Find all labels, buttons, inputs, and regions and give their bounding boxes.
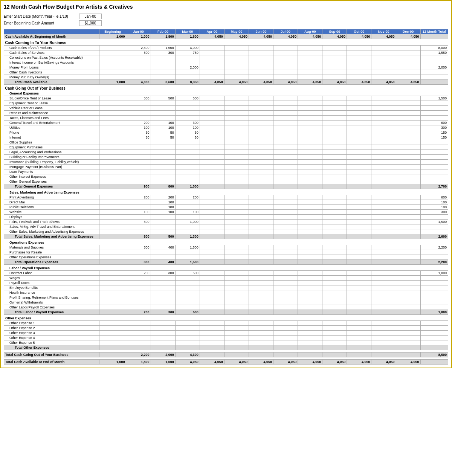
- cab-aug[interactable]: 4,050: [298, 34, 322, 39]
- cab-total[interactable]: [420, 34, 448, 39]
- cash-in-art-label: Cash Sales of Art / Products: [4, 46, 99, 50]
- gen-taxes-row: Taxes, Licenses and Fees: [4, 116, 448, 121]
- cash-in-interest-row: Interest Income on Bank/Savings Accounts: [4, 60, 448, 65]
- cash-available-begin-label: Cash Available At Beginning of Month: [4, 34, 99, 39]
- total-operations-row: Total Operations Expenses 300 400 1,500 …: [4, 260, 448, 265]
- cash-in-collections-row: Collections on Past Sales (Accounts Rece…: [4, 55, 448, 60]
- gen-other-interest-row: Other Interest Expenses: [4, 174, 448, 179]
- cab-jan[interactable]: 1,000: [126, 34, 151, 39]
- cash-in-other-row: Other Cash Injections: [4, 70, 448, 75]
- gen-equip-rent-row: Equipment Rent or Lease: [4, 101, 448, 106]
- header-aug: Aug-00: [298, 29, 322, 34]
- cash-in-art-row: Cash Sales of Art / Products 2,500 1,500…: [4, 46, 448, 50]
- header-mar: Mar-00: [175, 29, 200, 34]
- total-cash-out-row: Total Cash Going Out of Your Business 2,…: [4, 352, 448, 357]
- header-dec: Dec-00: [396, 29, 420, 34]
- cash-in-art-jun[interactable]: [249, 46, 273, 50]
- header-sep: Sep-00: [322, 29, 347, 34]
- sm-adv-travel-row: Sales, Mrktg, Adv Travel and Entertainme…: [4, 224, 448, 229]
- header-jun: Jun-00: [249, 29, 273, 34]
- cash-in-art-aug[interactable]: [298, 46, 322, 50]
- cash-in-art-feb[interactable]: 1,500: [151, 46, 175, 50]
- total-cash-available-label: Total Cash Available: [4, 80, 99, 85]
- cash-in-services-row: Cash Sales of Services 500 300 750 1,550: [4, 50, 448, 55]
- cash-in-art-may[interactable]: [224, 46, 249, 50]
- labor-payroll-taxes-row: Payroll Taxes: [4, 281, 448, 285]
- cab-beginning[interactable]: 1,000: [99, 34, 126, 39]
- other-exp5-row: Other Expense 5: [4, 340, 448, 345]
- cab-may[interactable]: 4,050: [224, 34, 249, 39]
- other-expenses-header: Other Expenses: [4, 315, 448, 321]
- total-cash-out-label: Total Cash Going Out of Your Business: [4, 352, 99, 357]
- cash-in-art-jan[interactable]: 2,500: [126, 46, 151, 50]
- start-date-value[interactable]: Jan-00: [79, 14, 102, 19]
- cash-in-art-begin: [99, 46, 126, 50]
- gen-repairs-row: Repairs and Maintenance: [4, 111, 448, 116]
- gen-utilities-row: Utilities 100 100 100 300: [4, 125, 448, 130]
- gen-travel-row: General Travel and Entertainment 200 100…: [4, 121, 448, 125]
- cab-mar[interactable]: 1,600: [175, 34, 200, 39]
- setup-section: Enter Start Date (Month/Year - ie 1/10) …: [4, 14, 448, 26]
- cash-in-art-jul[interactable]: [273, 46, 298, 50]
- gen-internet-row: Internet 50 50 50 150: [4, 135, 448, 140]
- cash-in-art-dec[interactable]: [396, 46, 420, 50]
- cash-in-art-apr[interactable]: [200, 46, 224, 50]
- other-exp4-row: Other Expense 4: [4, 336, 448, 340]
- total-labor-row: Total Labor / Payroll Expenses 200 300 5…: [4, 310, 448, 315]
- cab-dec[interactable]: 4,050: [396, 34, 420, 39]
- labor-owners-withdrawals-row: Owner(s) Withdrawals: [4, 300, 448, 305]
- gen-legal-row: Legal, Accounting and Professional: [4, 150, 448, 155]
- sales-mktg-header: Sales, Marketing and Advertising Expense…: [4, 189, 448, 195]
- total-general-expenses-row: Total General Expenses 900 800 1,000 2,7…: [4, 184, 448, 189]
- labor-contract-row: Contract Labor 200 300 500 1,000: [4, 271, 448, 276]
- cab-jun[interactable]: 4,050: [249, 34, 273, 39]
- other-exp2-row: Other Expense 2: [4, 326, 448, 331]
- cash-in-art-nov[interactable]: [371, 46, 396, 50]
- header-jan: Jan-00: [126, 29, 151, 34]
- cab-oct[interactable]: 4,050: [347, 34, 371, 39]
- header-beginning: Beginning: [99, 29, 126, 34]
- page-title: 12 Month Cash Flow Budget For Artists & …: [4, 4, 448, 10]
- gen-insurance-row: Insurance (Building, Property, Liability…: [4, 160, 448, 165]
- begin-cash-value[interactable]: $1,000: [79, 20, 102, 26]
- other-exp3-row: Other Expense 3: [4, 331, 448, 336]
- cash-in-label: Cash Coming In To Your Business: [4, 39, 448, 46]
- other-exp1-row: Other Expense 1: [4, 321, 448, 326]
- gen-vehicle-rent-row: Vehicle Rent or Lease: [4, 106, 448, 111]
- cash-out-label: Cash Going Out of Your Business: [4, 85, 448, 91]
- cab-nov[interactable]: 4,050: [371, 34, 396, 39]
- cash-end-row: Total Cash Available at End of Month 1,0…: [4, 360, 448, 365]
- total-sales-mktg-row: Total Sales, Marketing and Advertising E…: [4, 234, 448, 239]
- cash-in-art-mar[interactable]: 4,000: [175, 46, 200, 50]
- cash-in-art-oct[interactable]: [347, 46, 371, 50]
- start-date-label: Enter Start Date (Month/Year - ie 1/10): [4, 14, 79, 18]
- gen-phone-row: Phone 50 50 50 150: [4, 130, 448, 135]
- labor-employee-benefits-row: Employee Benefits: [4, 285, 448, 290]
- gen-other-general-row: Other General Expenses: [4, 179, 448, 184]
- cab-sep[interactable]: 4,050: [322, 34, 347, 39]
- total-other-expenses-row: Total Other Expenses: [4, 345, 448, 350]
- sm-print-row: Print Advertising 200 200 200 600: [4, 195, 448, 200]
- labor-wages-row: Wages: [4, 276, 448, 281]
- cash-available-begin-row: Cash Available At Beginning of Month 1,0…: [4, 34, 448, 39]
- cash-in-art-sep[interactable]: [322, 46, 347, 50]
- total-cash-available-row: Total Cash Available 1,000 4,000 3,600 8…: [4, 80, 448, 85]
- gen-building-row: Building or Facility Improvements: [4, 155, 448, 160]
- begin-cash-row: Enter Beginning Cash Amount $1,000: [4, 20, 448, 26]
- ops-other-row: Other Operations Expenses: [4, 255, 448, 260]
- cab-jul[interactable]: 4,050: [273, 34, 298, 39]
- cab-feb[interactable]: 1,800: [151, 34, 175, 39]
- labor-header: Labor / Payroll Expenses: [4, 265, 448, 271]
- cash-flow-table: Beginning Jan-00 Feb-00 Mar-00 Apr-00 Ma…: [4, 29, 448, 365]
- cash-in-owners-row: Money Put In By Owner(s): [4, 75, 448, 80]
- header-feb: Feb-00: [151, 29, 175, 34]
- cab-apr[interactable]: 4,050: [200, 34, 224, 39]
- cash-end-label: Total Cash Available at End of Month: [4, 360, 99, 365]
- operations-header: Operations Expenses: [4, 239, 448, 245]
- gen-loan-payments-row: Loan Payments: [4, 169, 448, 174]
- header-total: 12 Month Total: [420, 29, 448, 34]
- gen-mortgage-row: Mortgage Payment (Business Part): [4, 165, 448, 169]
- cash-in-section-header: Cash Coming In To Your Business: [4, 39, 448, 46]
- cash-in-art-total[interactable]: 8,000: [420, 46, 448, 50]
- sm-other-row: Other Sales, Marketing and Advertising E…: [4, 229, 448, 234]
